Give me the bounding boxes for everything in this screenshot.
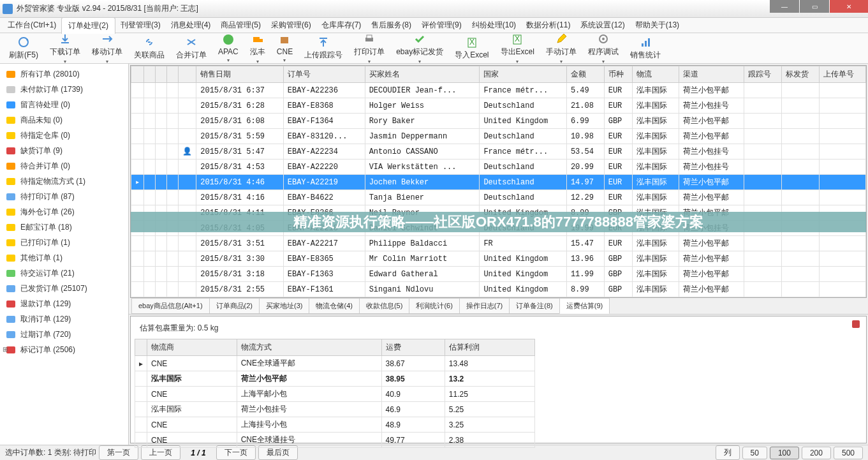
subtab-payment[interactable]: 收款信息(5) [359, 298, 409, 314]
sidebar-item-10[interactable]: E邮宝订单 (18) [0, 219, 128, 235]
pagesize-50[interactable]: 50 [742, 447, 767, 459]
merge-button[interactable]: 合并订单 [171, 34, 212, 62]
pagesize-200[interactable]: 200 [802, 447, 831, 459]
book-icon[interactable] [851, 319, 861, 329]
table-row[interactable]: 2015/8/31 4:05EBAY-A22218Daniel Schwindt… [131, 221, 866, 236]
freight-row[interactable]: 泓丰国际荷兰小包平邮38.9513.2 [135, 371, 535, 387]
sidebar-item-9[interactable]: 海外仓订单 (26) [0, 204, 128, 219]
export-button[interactable]: X导出Excel▾ [496, 31, 540, 66]
menu-aftersale[interactable]: 售后服务(8) [366, 20, 416, 31]
sidebar-item-2[interactable]: 留言待处理 (0) [0, 97, 128, 112]
subtab-remark[interactable]: 订单备注(8) [509, 298, 559, 314]
sidebar-item-3[interactable]: 商品未知 (0) [0, 112, 128, 128]
col-header[interactable]: 买家姓名 [365, 66, 480, 83]
col-fee[interactable]: 运费 [381, 339, 445, 356]
col-header[interactable]: 币种 [604, 66, 632, 83]
subtab-ebay-info[interactable]: ebay商品信息(Alt+1) [131, 298, 210, 314]
col-profit[interactable]: 估算利润 [445, 339, 534, 356]
subtab-freight[interactable]: 运费估算(9) [559, 298, 610, 314]
order-grid[interactable]: 销售日期订单号买家姓名国家金额币种物流渠道跟踪号标发货上传单号 2015/8/3… [130, 65, 867, 298]
close-button[interactable]: ✕ [830, 0, 868, 13]
table-row[interactable]: 2015/8/31 6:37EBAY-A22236DECOUDIER Jean-… [131, 83, 866, 98]
col-header[interactable]: 金额 [566, 66, 604, 83]
pagesize-100[interactable]: 100 [770, 447, 799, 459]
table-row[interactable]: 2015/8/31 6:28EBAY-E8368Holger WeissDeut… [131, 98, 866, 114]
sidebar-item-12[interactable]: 其他订单 (1) [0, 250, 128, 265]
cne-button[interactable]: CNE▾ [272, 32, 298, 64]
table-row[interactable]: 2015/8/31 5:59EBAY-83120...Jasmin Depper… [131, 129, 866, 144]
manual-button[interactable]: 手动订单▾ [541, 31, 582, 66]
apac-button[interactable]: APAC▾ [213, 32, 244, 64]
import-button[interactable]: X导入Excel [450, 34, 494, 62]
col-header[interactable] [131, 66, 144, 83]
sidebar-item-0[interactable]: 所有订单 (28010) [0, 66, 128, 82]
sidebar-item-1[interactable]: 未付款订单 (1739) [0, 82, 128, 97]
freight-row[interactable]: CNE上海平邮小包40.911.25 [135, 387, 535, 402]
debug-button[interactable]: 程序调试▾ [583, 31, 624, 66]
sidebar-item-15[interactable]: 退款订单 (129) [0, 296, 128, 311]
table-row[interactable]: 2015/8/31 4:53EBAY-A22220VIA Werkstätten… [131, 160, 866, 175]
col-header[interactable] [144, 66, 156, 83]
upload-track-button[interactable]: 上传跟踪号 [299, 34, 348, 62]
move-button[interactable]: 移动订单▾ [87, 31, 128, 66]
table-row[interactable]: 2015/8/31 4:11EBAY-E8366Neil RaynorUnite… [131, 205, 866, 221]
menu-settings[interactable]: 系统设置(12) [575, 20, 629, 31]
ship-mark-button[interactable]: ebay标记发货▾ [391, 31, 448, 66]
col-header[interactable]: 订单号 [283, 66, 365, 83]
freight-table[interactable]: 物流商物流方式运费估算利润 ▸CNECNE全球通平邮38.6713.48泓丰国际… [135, 339, 535, 448]
sidebar-item-4[interactable]: 待指定仓库 (0) [0, 128, 128, 143]
col-header[interactable]: 渠道 [679, 66, 744, 83]
col-method[interactable]: 物流方式 [237, 339, 381, 356]
menu-msg[interactable]: 消息处理(4) [166, 20, 216, 31]
table-row[interactable]: 👤2015/8/31 5:47EBAY-A22234Antonio CASSAN… [131, 144, 866, 160]
menu-help[interactable]: 帮助关于(13) [630, 20, 684, 31]
table-row[interactable]: 2015/8/31 2:55EBAY-F1361Singani NdlovuUn… [131, 282, 866, 297]
col-header[interactable]: 销售日期 [196, 66, 284, 83]
freight-row[interactable]: 泓丰国际荷兰小包挂号46.95.25 [135, 402, 535, 417]
freight-row[interactable]: CNE上海挂号小包48.93.25 [135, 417, 535, 433]
refresh-button[interactable]: 刷新(F5) [4, 34, 43, 62]
sidebar-item-6[interactable]: 待合并订单 (0) [0, 158, 128, 174]
pagesize-500[interactable]: 500 [834, 447, 863, 459]
table-row[interactable]: 2015/8/31 6:08EBAY-F1364Rory BakerUnited… [131, 114, 866, 129]
col-header[interactable]: 物流 [633, 66, 679, 83]
table-row[interactable]: 2015/8/31 3:18EBAY-F1363Edward GatheralU… [131, 267, 866, 282]
col-header[interactable]: 跟踪号 [744, 66, 782, 83]
col-provider[interactable]: 物流商 [147, 339, 237, 356]
col-header[interactable]: 国家 [480, 66, 567, 83]
menu-warehouse[interactable]: 仓库库存(7) [316, 20, 367, 31]
menu-analytics[interactable]: 数据分析(11) [521, 20, 575, 31]
menu-workbench[interactable]: 工作台(Ctrl+1) [3, 20, 61, 31]
subtab-buyer-addr[interactable]: 买家地址(3) [259, 298, 309, 314]
sidebar-item-14[interactable]: 已发货订单 (25107) [0, 281, 128, 296]
subtab-oplog[interactable]: 操作日志(7) [459, 298, 510, 314]
sidebar-item-16[interactable]: 取消订单 (129) [0, 311, 128, 327]
hongfeng-button[interactable]: 泓丰▾ [245, 31, 270, 66]
subtab-order-goods[interactable]: 订单商品(2) [209, 298, 260, 314]
col-header[interactable] [179, 66, 196, 83]
sidebar-item-13[interactable]: 待交运订单 (21) [0, 265, 128, 281]
table-row[interactable]: ▸2015/8/31 4:46EBAY-A22219Jochen BekkerD… [131, 175, 866, 190]
download-button[interactable]: 下载订单▾ [45, 31, 85, 66]
table-row[interactable]: 2015/8/31 3:51EBAY-A22217Philippe Baldac… [131, 236, 866, 251]
col-header[interactable]: 上传单号 [819, 66, 865, 83]
menu-dispute[interactable]: 纠纷处理(10) [467, 20, 521, 31]
col-button[interactable]: 列 [716, 445, 740, 460]
sidebar-item-11[interactable]: 已打印订单 (1) [0, 235, 128, 250]
menu-purchase[interactable]: 采购管理(6) [266, 20, 316, 31]
sidebar-item-17[interactable]: 过期订单 (720) [0, 327, 128, 342]
freight-row[interactable]: CNECNE全球通挂号49.772.38 [135, 433, 535, 448]
sidebar-item-5[interactable]: 缺货订单 (9) [0, 143, 128, 158]
menu-goods[interactable]: 商品管理(5) [216, 20, 266, 31]
subtab-profit[interactable]: 利润统计(6) [409, 298, 459, 314]
freight-row[interactable]: ▸CNECNE全球通平邮38.6713.48 [135, 356, 535, 371]
sidebar-item-8[interactable]: 待打印订单 (87) [0, 189, 128, 204]
maximize-button[interactable]: ▭ [800, 0, 829, 13]
table-row[interactable]: 2015/8/31 4:16EBAY-B4622Tanja BienerDeut… [131, 190, 866, 205]
sidebar-item-7[interactable]: 待指定物流方式 (1) [0, 174, 128, 189]
subtab-wh-ship[interactable]: 物流仓储(4) [309, 298, 359, 314]
print-button[interactable]: 打印订单▾ [349, 31, 390, 66]
menu-listing[interactable]: 刊登管理(3) [115, 20, 166, 31]
first-page-button[interactable]: 第一页 [99, 445, 138, 460]
table-row[interactable]: 2015/8/31 3:30EBAY-E8365Mr Colin Marriot… [131, 251, 866, 267]
